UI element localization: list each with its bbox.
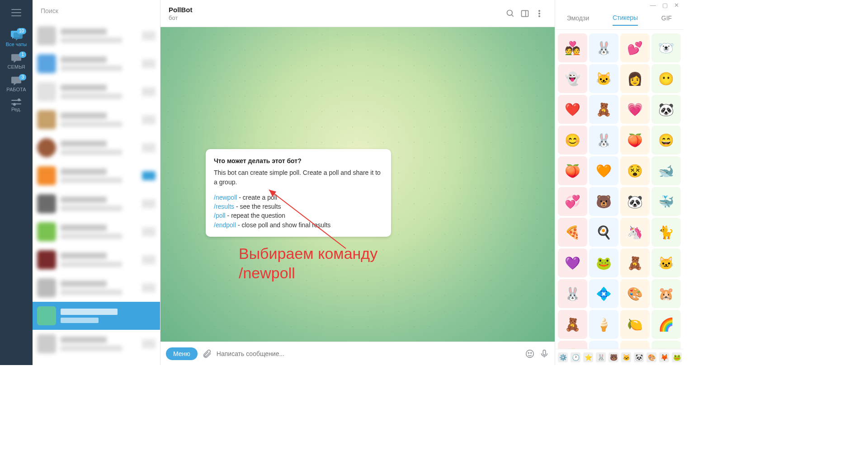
sticker-item[interactable]: 🧡 [589,156,618,185]
folder-edit[interactable]: Ред. [0,96,33,116]
chat-row[interactable] [33,162,160,190]
search-in-chat-icon[interactable] [503,6,518,21]
bot-cmd-newpoll[interactable]: /newpoll [214,194,237,201]
sticker-item[interactable]: 🐋 [651,156,681,185]
chat-row[interactable] [33,78,160,106]
sticker-category[interactable]: 🐱 [621,352,631,362]
sticker-category[interactable]: 🐸 [672,352,682,362]
voice-icon[interactable] [539,349,549,359]
sticker-item[interactable]: 💕 [620,33,650,62]
sticker-item[interactable]: 🐳 [651,187,681,216]
tab-gif[interactable]: GIF [661,14,672,25]
folder-all-chats[interactable]: 10 Все чаты [0,27,33,51]
sidepanel-icon[interactable] [518,6,532,21]
sticker-item[interactable]: 🧸 [589,95,618,124]
sticker-item[interactable]: 🍑 [558,156,587,185]
chat-row[interactable] [33,106,160,134]
window-maximize-icon[interactable]: ▢ [662,2,668,9]
window-minimize-icon[interactable]: — [650,2,656,9]
chat-row[interactable] [33,274,160,302]
window-close-icon[interactable]: ✕ [674,2,679,9]
chat-row[interactable] [33,330,160,358]
sticker-item[interactable]: 🍦 [589,310,618,339]
sticker-category[interactable]: ⚙️ [558,352,568,362]
sticker-item[interactable]: 🐰 [558,279,587,308]
bot-cmd-poll[interactable]: /poll [214,212,226,219]
sticker-item[interactable]: 🍑 [620,126,650,155]
tab-stickers[interactable]: Стикеры [613,14,638,26]
menu-button[interactable] [7,4,25,22]
sticker-item[interactable]: 🍳 [589,218,618,247]
sticker-category[interactable]: 🐰 [596,352,606,362]
sticker-item[interactable]: 🐰 [589,33,618,62]
sticker-item[interactable]: 🐼 [620,187,650,216]
sticker-item[interactable]: 🐱 [651,248,681,277]
sticker-item[interactable]: 🐼 [651,95,681,124]
attach-icon[interactable] [202,349,212,359]
chat-header: PollBot бот [160,0,555,27]
chat-row[interactable] [33,50,160,78]
chat-main: PollBot бот Что может делать этот бот? T… [160,0,555,365]
folder-work[interactable]: 3 РАБОТА [0,73,33,96]
sticker-category[interactable]: 🎨 [646,352,656,362]
sticker-item[interactable]: 🐰 [589,126,618,155]
sticker-item[interactable]: 🦄 [620,218,650,247]
sticker-item[interactable]: 💜 [558,248,587,277]
sticker-category[interactable]: 🦊 [659,352,669,362]
chat-row[interactable] [33,190,160,218]
svg-rect-12 [543,350,546,355]
sticker-item[interactable]: 🐻 [651,341,681,349]
sticker-item[interactable]: 💗 [620,95,650,124]
sticker-item[interactable]: 🐸 [589,248,618,277]
sticker-item[interactable]: 🐱 [589,64,618,93]
badge-count: 1 [19,52,26,58]
sticker-item[interactable]: 😵 [620,156,650,185]
badge-count: 3 [19,74,26,80]
svg-rect-2 [522,10,528,16]
sticker-tabs: Эмодзи Стикеры GIF [555,10,684,30]
sticker-item[interactable]: 🐻‍❄️ [651,33,681,62]
chat-row[interactable] [33,134,160,162]
window-controls: — ▢ ✕ [555,0,684,10]
tab-emoji[interactable]: Эмодзи [567,14,589,25]
sticker-panel: — ▢ ✕ Эмодзи Стикеры GIF 💑🐰💕🐻‍❄️👻🐱👩😶❤️🧸💗… [555,0,684,365]
sticker-item[interactable]: 💑 [558,33,587,62]
search-input[interactable]: Поиск [33,0,160,22]
sticker-item[interactable]: 💞 [558,187,587,216]
sticker-item[interactable]: 🎨 [620,279,650,308]
chat-row[interactable] [33,218,160,246]
sticker-category[interactable]: 🐼 [634,352,644,362]
sticker-item[interactable]: 🧸 [620,248,650,277]
sticker-item[interactable]: 🐹 [651,279,681,308]
sticker-item[interactable]: 🌈 [651,310,681,339]
sticker-item[interactable]: 🐙 [589,341,618,349]
sticker-item[interactable]: 💠 [589,279,618,308]
sticker-item[interactable]: 🍋 [620,310,650,339]
sticker-item[interactable]: 🗻 [620,341,650,349]
sticker-item[interactable]: 🧸 [558,310,587,339]
chat-title[interactable]: PollBot [169,6,503,14]
bot-cmd-results[interactable]: /results [214,203,234,210]
sticker-item[interactable]: 🐻 [589,187,618,216]
sticker-item[interactable]: 😄 [651,126,681,155]
sticker-category[interactable]: ⭐ [583,352,593,362]
bot-cmd-endpoll[interactable]: /endpoll [214,221,236,229]
sticker-item[interactable]: 😶 [651,64,681,93]
bot-menu-button[interactable]: Меню [166,347,198,360]
sticker-item[interactable]: 🐈 [651,218,681,247]
emoji-icon[interactable] [525,349,535,359]
chat-row[interactable] [33,22,160,50]
sticker-item[interactable]: ❤️ [558,95,587,124]
chat-row-selected[interactable] [33,302,160,330]
sticker-category[interactable]: 🐻 [609,352,618,362]
sticker-item[interactable]: 🍞 [558,341,587,349]
sticker-item[interactable]: 🍕 [558,218,587,247]
sticker-item[interactable]: 😊 [558,126,587,155]
message-input[interactable] [217,350,520,357]
sticker-item[interactable]: 👻 [558,64,587,93]
more-icon[interactable] [532,6,547,21]
folder-family[interactable]: 1 СЕМЬЯ [0,51,33,73]
chat-row[interactable] [33,246,160,274]
sticker-item[interactable]: 👩 [620,64,650,93]
sticker-category[interactable]: 🕐 [571,352,580,362]
